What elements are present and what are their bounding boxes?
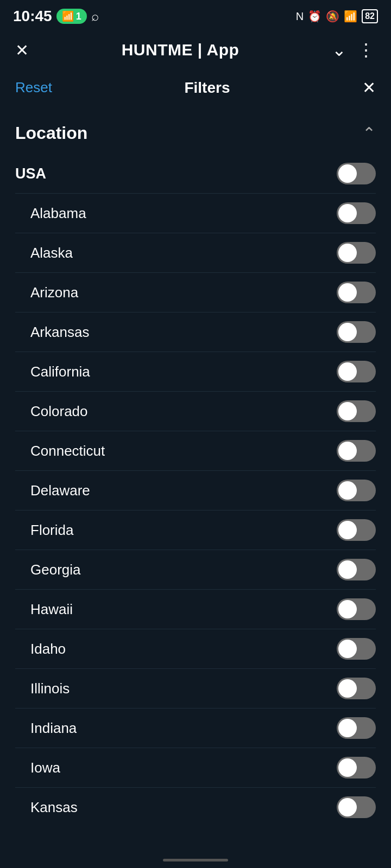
toggle-knob-usa — [338, 164, 357, 183]
toggle-knob-idaho — [338, 640, 357, 658]
toggle-knob-illinois — [338, 679, 357, 698]
toggle-knob-arizona — [338, 283, 357, 302]
header-more-icon[interactable]: ⋮ — [357, 40, 376, 60]
toggle-switch-idaho[interactable] — [337, 638, 376, 660]
status-search-icon[interactable]: ⌕ — [91, 9, 99, 24]
location-section-header: Location ⌃ — [15, 108, 376, 154]
toggle-label-arkansas: Arkansas — [30, 324, 89, 341]
toggle-knob-colorado — [338, 402, 357, 420]
toggle-row-georgia: Georgia — [15, 550, 376, 589]
toggle-switch-alaska[interactable] — [337, 242, 376, 264]
toggle-label-delaware: Delaware — [30, 482, 90, 499]
toggle-label-indiana: Indiana — [30, 720, 77, 737]
toggle-knob-alaska — [338, 244, 357, 262]
toggle-row-iowa: Iowa — [15, 748, 376, 787]
header-chevron-icon[interactable]: ⌄ — [332, 40, 346, 60]
toggle-row-kansas: Kansas — [15, 788, 376, 827]
toggle-knob-california — [338, 362, 357, 381]
toggle-switch-usa[interactable] — [337, 163, 376, 184]
toggle-row-alabama: Alabama — [15, 194, 376, 233]
app-close-icon[interactable]: ✕ — [15, 41, 29, 60]
filters-panel: Reset Filters ✕ Location ⌃ USA Alabama A… — [0, 69, 391, 827]
toggle-switch-indiana[interactable] — [337, 717, 376, 739]
status-time: 10:45 — [13, 8, 52, 25]
toggle-switch-kansas[interactable] — [337, 796, 376, 818]
toggle-knob-kansas — [338, 798, 357, 816]
filters-header: Reset Filters ✕ — [15, 69, 376, 108]
toggle-label-iowa: Iowa — [30, 760, 60, 776]
app-title: HUNTME | App — [122, 41, 239, 59]
toggle-switch-connecticut[interactable] — [337, 440, 376, 462]
toggle-label-arizona: Arizona — [30, 284, 78, 301]
wifi-badge: 📶 1 — [56, 9, 87, 24]
toggle-switch-colorado[interactable] — [337, 400, 376, 422]
reset-button[interactable]: Reset — [15, 79, 52, 96]
location-collapse-icon[interactable]: ⌃ — [362, 124, 376, 143]
toggle-row-florida: Florida — [15, 510, 376, 550]
header-right-controls: ⌄ ⋮ — [332, 40, 376, 60]
toggle-knob-georgia — [338, 560, 357, 579]
nfc-icon: N — [296, 10, 304, 23]
toggle-label-alabama: Alabama — [30, 205, 86, 222]
toggle-label-idaho: Idaho — [30, 641, 66, 658]
toggle-switch-florida[interactable] — [337, 519, 376, 541]
toggle-label-connecticut: Connecticut — [30, 443, 105, 459]
toggle-switch-california[interactable] — [337, 361, 376, 382]
toggle-row-arizona: Arizona — [15, 273, 376, 312]
toggle-label-usa: USA — [15, 165, 46, 182]
toggle-knob-arkansas — [338, 323, 357, 341]
toggle-knob-indiana — [338, 719, 357, 737]
filters-title: Filters — [184, 79, 230, 97]
status-right: N ⏰ 🔕 📶 82 — [296, 9, 378, 23]
toggle-row-arkansas: Arkansas — [15, 312, 376, 352]
toggle-label-alaska: Alaska — [30, 245, 73, 261]
toggle-switch-arizona[interactable] — [337, 282, 376, 303]
app-header: ✕ HUNTME | App ⌄ ⋮ — [0, 30, 391, 69]
toggle-row-colorado: Colorado — [15, 392, 376, 431]
toggle-row-delaware: Delaware — [15, 471, 376, 510]
battery-indicator: 82 — [362, 9, 378, 23]
toggle-switch-arkansas[interactable] — [337, 321, 376, 343]
toggle-row-idaho: Idaho — [15, 629, 376, 668]
toggle-knob-florida — [338, 521, 357, 539]
toggle-label-colorado: Colorado — [30, 403, 88, 420]
toggle-knob-delaware — [338, 481, 357, 500]
toggle-row-alaska: Alaska — [15, 233, 376, 272]
toggle-row-california: California — [15, 352, 376, 391]
wifi-count: 1 — [76, 11, 81, 22]
toggle-label-kansas: Kansas — [30, 799, 78, 816]
toggle-label-georgia: Georgia — [30, 561, 81, 578]
toggle-label-florida: Florida — [30, 522, 73, 539]
toggle-knob-connecticut — [338, 442, 357, 460]
wifi-icon: 📶 — [62, 10, 74, 22]
toggle-row-usa: USA — [15, 154, 376, 193]
status-bar: 10:45 📶 1 ⌕ N ⏰ 🔕 📶 82 — [0, 0, 391, 30]
location-section-title: Location — [15, 123, 87, 143]
signal-icon: 📶 — [344, 10, 357, 23]
toggle-label-california: California — [30, 363, 90, 380]
toggle-row-illinois: Illinois — [15, 669, 376, 708]
toggle-label-illinois: Illinois — [30, 680, 70, 697]
toggle-switch-delaware[interactable] — [337, 480, 376, 501]
mute-icon: 🔕 — [326, 10, 339, 23]
battery-level: 82 — [365, 11, 375, 21]
toggle-switch-iowa[interactable] — [337, 757, 376, 778]
bottom-nav-indicator — [163, 859, 228, 861]
toggle-row-hawaii: Hawaii — [15, 590, 376, 629]
toggle-switch-georgia[interactable] — [337, 559, 376, 580]
toggle-switch-illinois[interactable] — [337, 678, 376, 699]
status-left: 10:45 📶 1 ⌕ — [13, 8, 99, 25]
toggle-switch-hawaii[interactable] — [337, 598, 376, 620]
toggle-row-connecticut: Connecticut — [15, 431, 376, 470]
filters-close-icon[interactable]: ✕ — [362, 78, 376, 97]
toggle-switch-alabama[interactable] — [337, 202, 376, 224]
toggle-row-indiana: Indiana — [15, 709, 376, 748]
toggle-knob-iowa — [338, 758, 357, 777]
toggle-label-hawaii: Hawaii — [30, 601, 73, 618]
toggle-knob-hawaii — [338, 600, 357, 618]
alarm-icon: ⏰ — [308, 10, 321, 23]
location-toggle-list: USA Alabama Alaska Arizona — [15, 154, 376, 827]
toggle-knob-alabama — [338, 204, 357, 222]
